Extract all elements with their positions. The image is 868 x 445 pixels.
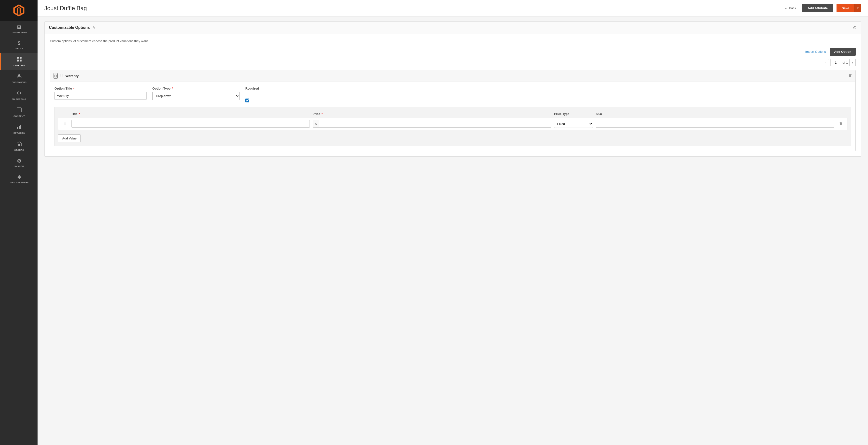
stores-icon	[17, 141, 22, 148]
option-required-label: Required	[245, 87, 270, 90]
top-bar-actions: ← Back Add Attribute Save ▾	[781, 4, 861, 12]
option-block-header: ⊙ ⠿ Waranty	[50, 70, 856, 82]
chevron-left-icon: ‹	[826, 61, 826, 64]
sku-input[interactable]	[596, 120, 834, 128]
option-title-input[interactable]	[55, 92, 147, 100]
option-block-title: Waranty	[65, 74, 846, 78]
dashboard-icon: ⊞	[17, 24, 21, 30]
price-input[interactable]	[319, 120, 551, 127]
sidebar-item-find-partners[interactable]: ❖ Find Partners	[0, 171, 37, 187]
marketing-icon	[17, 90, 22, 97]
chevron-down-icon: ▾	[857, 6, 859, 10]
svg-rect-11	[20, 125, 21, 129]
system-icon: ⚙	[17, 158, 22, 164]
col-price-type-header: Price Type	[554, 112, 593, 116]
option-form: Option Title * Option Type *	[50, 82, 856, 151]
row-drag-handle[interactable]: ⠿	[61, 122, 68, 126]
magento-logo-icon	[13, 4, 25, 17]
section-header: Customizable Options ✎ ⊙	[44, 22, 861, 34]
top-bar: Joust Duffle Bag ← Back Add Attribute Sa…	[37, 0, 868, 17]
price-prefix: $	[313, 120, 319, 127]
value-title-input[interactable]	[71, 120, 310, 128]
sidebar-item-stores[interactable]: Stores	[0, 138, 37, 155]
section-edit-icon[interactable]: ✎	[92, 25, 95, 30]
sidebar-item-catalog[interactable]: Catalog	[0, 53, 37, 70]
add-attribute-button[interactable]: Add Attribute	[802, 4, 833, 12]
pagination-prev-button[interactable]: ‹	[823, 59, 829, 66]
form-row-main: Option Title * Option Type *	[55, 87, 851, 102]
back-arrow-icon: ←	[784, 6, 787, 10]
option-drag-handle[interactable]: ⠿	[60, 73, 63, 78]
option-title-group: Option Title *	[55, 87, 147, 100]
catalog-icon	[17, 56, 22, 63]
svg-rect-13	[849, 74, 851, 74]
col-price-header: Price *	[313, 112, 551, 116]
option-title-label: Option Title *	[55, 87, 147, 90]
svg-rect-9	[17, 127, 18, 129]
svg-rect-3	[20, 60, 22, 62]
section-title: Customizable Options	[49, 25, 90, 30]
svg-rect-15	[840, 122, 841, 123]
main-content: Joust Duffle Bag ← Back Add Attribute Sa…	[37, 0, 868, 445]
page-title: Joust Duffle Bag	[44, 5, 87, 11]
option-block: ⊙ ⠿ Waranty	[50, 70, 856, 151]
add-value-button[interactable]: Add Value	[58, 134, 81, 142]
pagination-page-input[interactable]	[831, 59, 841, 66]
import-options-link[interactable]: Import Options	[805, 50, 826, 54]
price-input-wrapper: $	[313, 120, 551, 128]
option-delete-button[interactable]	[848, 73, 852, 78]
row-trash-icon	[839, 122, 843, 125]
sidebar-item-marketing[interactable]: Marketing	[0, 87, 37, 104]
pagination-of-label: of 1	[843, 61, 848, 64]
save-btn-group: Save ▾	[837, 4, 861, 12]
option-collapse-button[interactable]: ⊙	[54, 73, 58, 79]
svg-rect-6	[18, 109, 21, 109]
save-button[interactable]: Save	[837, 4, 855, 12]
svg-rect-14	[848, 74, 851, 75]
sidebar-item-dashboard[interactable]: ⊞ Dashboard	[0, 21, 37, 37]
chevron-right-icon: ›	[852, 61, 853, 64]
svg-rect-2	[17, 60, 19, 62]
content-icon	[17, 107, 22, 114]
option-required-checkbox[interactable]	[245, 99, 249, 102]
values-table-wrapper: Title * Price * Price Type SKU	[55, 107, 851, 146]
sidebar-item-sales[interactable]: $ Sales	[0, 37, 37, 53]
row-delete-button[interactable]	[837, 122, 845, 126]
svg-rect-0	[17, 57, 19, 59]
option-required-group: Required	[245, 87, 270, 102]
section-panel: Customizable Options ✎ ⊙ Custom options …	[44, 21, 861, 157]
required-star: *	[73, 87, 74, 90]
trash-icon	[848, 73, 852, 77]
svg-rect-7	[18, 110, 21, 110]
sales-icon: $	[18, 40, 21, 46]
svg-rect-8	[18, 110, 20, 111]
sidebar-item-content[interactable]: Content	[0, 104, 37, 121]
option-type-group: Option Type * Drop-down Multiple Select …	[152, 87, 240, 100]
pagination-row: ‹ of 1 ›	[50, 59, 856, 66]
section-toggle-icon[interactable]: ⊙	[853, 25, 857, 30]
option-type-select[interactable]: Drop-down Multiple Select Radio Buttons …	[152, 92, 240, 100]
required-star-type: *	[172, 87, 173, 90]
col-sku-header: SKU	[596, 112, 834, 116]
pagination-next-button[interactable]: ›	[849, 59, 856, 66]
add-option-button[interactable]: Add Option	[830, 48, 856, 56]
sidebar: ⊞ Dashboard $ Sales Catalog Customers Ma…	[0, 0, 37, 445]
customers-icon	[17, 73, 22, 80]
reports-icon	[17, 124, 22, 131]
col-title-header: Title *	[71, 112, 310, 116]
find-partners-icon: ❖	[17, 174, 22, 180]
sidebar-item-reports[interactable]: Reports	[0, 121, 37, 138]
svg-point-4	[18, 74, 20, 76]
section-description: Custom options let customers choose the …	[50, 39, 856, 43]
section-body: Custom options let customers choose the …	[44, 34, 861, 156]
back-button[interactable]: ← Back	[781, 4, 799, 12]
sidebar-item-customers[interactable]: Customers	[0, 70, 37, 87]
svg-rect-10	[19, 126, 20, 129]
sidebar-logo	[0, 0, 37, 21]
svg-rect-1	[20, 57, 22, 59]
content-area: Customizable Options ✎ ⊙ Custom options …	[37, 17, 868, 445]
price-type-select[interactable]: Fixed Percent	[554, 120, 593, 128]
table-row: ⠿ $ Fixed Percent	[58, 118, 847, 130]
save-dropdown-button[interactable]: ▾	[855, 4, 861, 12]
sidebar-item-system[interactable]: ⚙ System	[0, 155, 37, 171]
